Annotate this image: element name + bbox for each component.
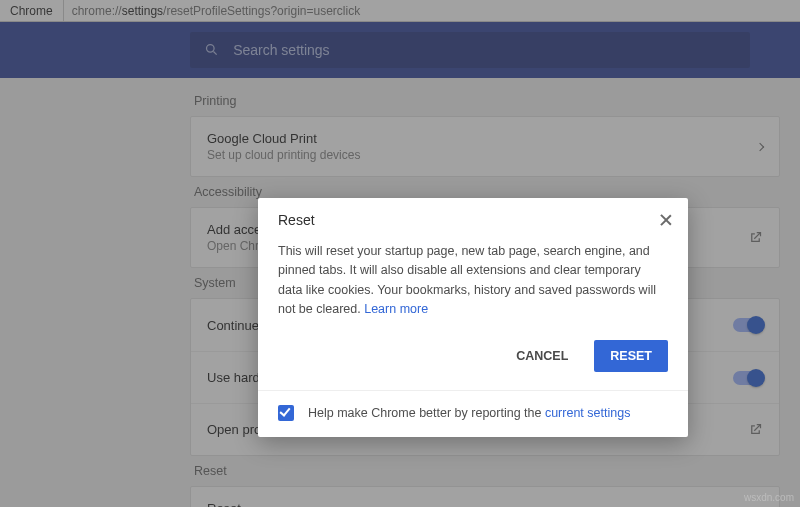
- cancel-button[interactable]: CANCEL: [500, 340, 584, 372]
- dialog-title: Reset: [278, 212, 660, 228]
- reset-button[interactable]: RESET: [594, 340, 668, 372]
- current-settings-link[interactable]: current settings: [545, 406, 630, 420]
- dialog-body: This will reset your startup page, new t…: [258, 234, 688, 324]
- learn-more-link[interactable]: Learn more: [364, 302, 428, 316]
- dialog-help-row: Help make Chrome better by reporting the…: [258, 390, 688, 437]
- close-icon[interactable]: [660, 214, 672, 226]
- help-checkbox[interactable]: [278, 405, 294, 421]
- reset-dialog: Reset This will reset your startup page,…: [258, 198, 688, 437]
- watermark: wsxdn.com: [744, 492, 794, 503]
- help-text: Help make Chrome better by reporting the: [308, 406, 545, 420]
